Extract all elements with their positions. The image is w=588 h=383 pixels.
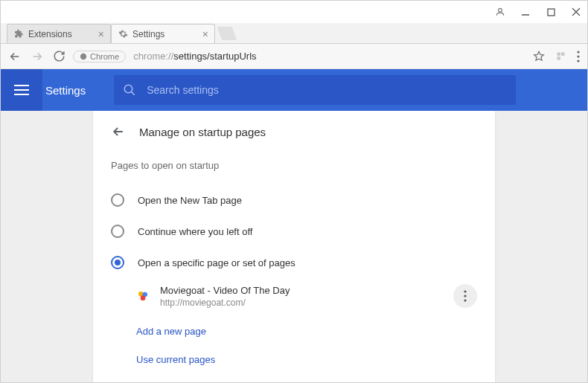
radio-icon-selected (111, 256, 124, 269)
svg-point-20 (464, 290, 466, 292)
svg-point-15 (124, 85, 132, 93)
star-icon[interactable] (533, 51, 545, 62)
entry-title: Moviegoat - Video Of The Day (160, 285, 453, 296)
user-icon[interactable] (495, 7, 505, 17)
back-icon[interactable] (8, 50, 22, 63)
radio-option-new-tab[interactable]: Open the New Tab page (111, 184, 477, 216)
search-icon (123, 83, 136, 97)
startup-card: Manage on startup pages Pages to open on… (93, 111, 495, 383)
svg-point-19 (141, 295, 146, 300)
reload-icon[interactable] (53, 50, 65, 62)
svg-line-16 (131, 91, 135, 95)
puzzle-icon (13, 29, 24, 39)
hamburger-menu-button[interactable] (1, 69, 42, 111)
tab-label: Settings (132, 29, 164, 39)
tab-settings[interactable]: Settings × (111, 24, 215, 43)
minimize-icon[interactable] (520, 7, 531, 17)
tab-label: Extensions (28, 29, 72, 39)
svg-point-22 (464, 299, 466, 301)
settings-body: Manage on startup pages Pages to open on… (1, 111, 587, 382)
new-tab-button[interactable] (217, 27, 237, 40)
radio-icon (111, 225, 124, 238)
svg-rect-6 (557, 53, 560, 56)
window-titlebar (1, 1, 587, 23)
use-current-link[interactable]: Use current pages (136, 354, 215, 365)
extensions-icon[interactable] (555, 51, 566, 62)
scheme-label: Chrome (90, 52, 119, 61)
radio-option-specific-pages[interactable]: Open a specific page or set of pages (111, 247, 477, 278)
radio-option-continue[interactable]: Continue where you left off (111, 216, 477, 247)
tab-close-icon[interactable]: × (98, 28, 104, 40)
chrome-scheme-badge: Chrome (73, 51, 126, 62)
add-page-link[interactable]: Add a new page (136, 326, 206, 337)
svg-point-10 (577, 55, 579, 57)
entry-more-button[interactable] (453, 284, 477, 308)
radio-label: Continue where you left off (138, 226, 252, 237)
svg-rect-7 (561, 53, 564, 56)
settings-header: Settings (1, 69, 587, 111)
svg-point-0 (499, 8, 502, 12)
url-path: settings/startupUrls (173, 51, 256, 62)
url-host: chrome:// (133, 51, 173, 62)
search-settings-box[interactable] (114, 75, 516, 105)
menu-dots-icon[interactable] (577, 51, 580, 62)
tab-close-icon[interactable]: × (202, 28, 208, 40)
tab-extensions[interactable]: Extensions × (7, 24, 111, 43)
forward-icon[interactable] (31, 50, 44, 63)
address-bar: Chrome chrome://settings/startupUrls (1, 44, 587, 69)
card-title: Manage on startup pages (139, 126, 266, 138)
radio-label: Open a specific page or set of pages (138, 257, 295, 268)
svg-point-11 (577, 59, 579, 62)
svg-point-21 (464, 295, 466, 297)
site-favicon-icon (136, 289, 150, 303)
back-arrow-button[interactable] (111, 124, 126, 139)
tab-strip: Extensions × Settings × (1, 23, 587, 44)
entry-url: http://moviegoat.com/ (160, 297, 453, 308)
maximize-icon[interactable] (546, 7, 556, 17)
gear-icon (118, 29, 128, 39)
svg-point-9 (577, 51, 579, 53)
radio-icon (111, 193, 124, 207)
radio-label: Open the New Tab page (138, 195, 242, 206)
svg-rect-2 (548, 9, 555, 16)
section-label: Pages to open on startup (111, 160, 477, 171)
close-icon[interactable] (571, 7, 581, 17)
settings-title: Settings (45, 84, 86, 97)
add-page-row[interactable]: Add a new page (111, 314, 477, 342)
svg-rect-8 (557, 57, 560, 59)
search-input[interactable] (147, 84, 507, 96)
url-display[interactable]: chrome://settings/startupUrls (133, 51, 525, 62)
svg-point-5 (80, 53, 86, 59)
use-current-row[interactable]: Use current pages (111, 342, 477, 370)
startup-page-entry: Moviegoat - Video Of The Day http://movi… (111, 278, 477, 314)
